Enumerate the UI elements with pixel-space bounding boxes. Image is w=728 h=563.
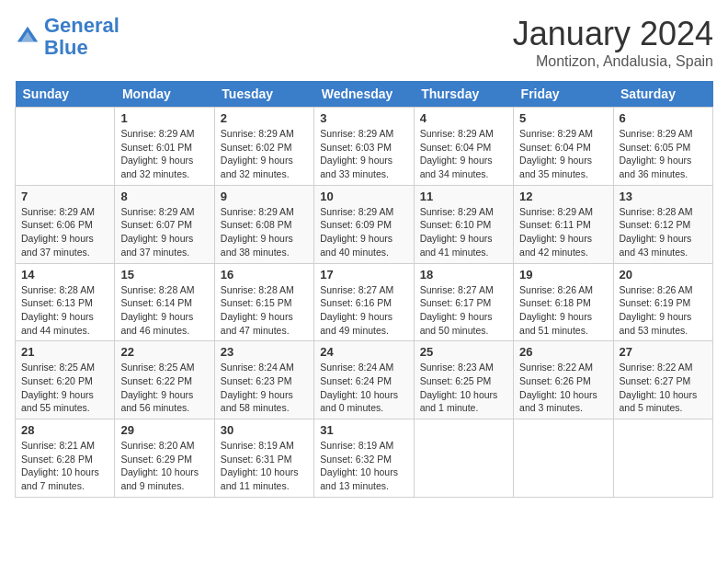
calendar-cell: 11Sunrise: 8:29 AMSunset: 6:10 PMDayligh… xyxy=(414,185,513,263)
calendar-header-row: SundayMondayTuesdayWednesdayThursdayFrid… xyxy=(16,81,713,108)
logo-blue: Blue xyxy=(44,36,88,59)
day-info: Sunrise: 8:28 AMSunset: 6:13 PMDaylight:… xyxy=(21,283,108,338)
day-number: 31 xyxy=(320,423,407,437)
header-monday: Monday xyxy=(115,81,214,108)
calendar-cell: 30Sunrise: 8:19 AMSunset: 6:31 PMDayligh… xyxy=(214,419,313,498)
day-info: Sunrise: 8:29 AMSunset: 6:10 PMDaylight:… xyxy=(420,205,507,259)
calendar-cell: 29Sunrise: 8:20 AMSunset: 6:29 PMDayligh… xyxy=(115,419,214,498)
calendar-cell xyxy=(514,419,613,498)
day-number: 7 xyxy=(21,190,108,203)
day-info: Sunrise: 8:24 AMSunset: 6:24 PMDaylight:… xyxy=(320,361,407,415)
calendar-cell: 9Sunrise: 8:29 AMSunset: 6:08 PMDaylight… xyxy=(214,185,313,263)
calendar-cell xyxy=(16,108,115,186)
day-info: Sunrise: 8:21 AMSunset: 6:28 PMDaylight:… xyxy=(21,439,108,493)
day-info: Sunrise: 8:24 AMSunset: 6:23 PMDaylight:… xyxy=(221,361,308,415)
day-info: Sunrise: 8:29 AMSunset: 6:02 PMDaylight:… xyxy=(221,127,308,181)
calendar-cell: 1Sunrise: 8:29 AMSunset: 6:01 PMDaylight… xyxy=(115,108,214,186)
header-saturday: Saturday xyxy=(613,81,712,108)
day-number: 13 xyxy=(620,190,707,203)
day-number: 6 xyxy=(620,111,707,125)
calendar-cell: 24Sunrise: 8:24 AMSunset: 6:24 PMDayligh… xyxy=(314,341,414,419)
day-info: Sunrise: 8:29 AMSunset: 6:01 PMDaylight:… xyxy=(120,127,208,181)
calendar-cell: 10Sunrise: 8:29 AMSunset: 6:09 PMDayligh… xyxy=(314,185,414,263)
day-info: Sunrise: 8:28 AMSunset: 6:12 PMDaylight:… xyxy=(620,205,707,259)
day-info: Sunrise: 8:29 AMSunset: 6:06 PMDaylight:… xyxy=(21,205,108,259)
day-number: 10 xyxy=(320,190,407,203)
day-info: Sunrise: 8:29 AMSunset: 6:05 PMDaylight:… xyxy=(620,127,707,181)
calendar-cell xyxy=(613,419,712,498)
calendar-cell: 2Sunrise: 8:29 AMSunset: 6:02 PMDaylight… xyxy=(214,108,313,186)
day-number: 4 xyxy=(420,111,507,125)
day-number: 30 xyxy=(221,423,308,437)
calendar-cell: 17Sunrise: 8:27 AMSunset: 6:16 PMDayligh… xyxy=(314,263,414,341)
day-info: Sunrise: 8:27 AMSunset: 6:17 PMDaylight:… xyxy=(420,283,507,338)
day-number: 29 xyxy=(120,423,208,437)
day-info: Sunrise: 8:20 AMSunset: 6:29 PMDaylight:… xyxy=(120,439,208,493)
calendar-cell: 18Sunrise: 8:27 AMSunset: 6:17 PMDayligh… xyxy=(414,263,513,341)
day-number: 9 xyxy=(221,190,308,203)
day-info: Sunrise: 8:27 AMSunset: 6:16 PMDaylight:… xyxy=(320,283,407,338)
header-tuesday: Tuesday xyxy=(214,81,313,108)
day-info: Sunrise: 8:29 AMSunset: 6:03 PMDaylight:… xyxy=(320,127,407,181)
day-number: 24 xyxy=(320,345,407,359)
day-info: Sunrise: 8:25 AMSunset: 6:20 PMDaylight:… xyxy=(21,361,108,415)
day-info: Sunrise: 8:25 AMSunset: 6:22 PMDaylight:… xyxy=(120,361,208,415)
calendar-cell: 28Sunrise: 8:21 AMSunset: 6:28 PMDayligh… xyxy=(16,419,115,498)
calendar-cell: 26Sunrise: 8:22 AMSunset: 6:26 PMDayligh… xyxy=(514,341,613,419)
calendar-cell xyxy=(414,419,513,498)
calendar-cell: 5Sunrise: 8:29 AMSunset: 6:04 PMDaylight… xyxy=(514,108,613,186)
day-number: 12 xyxy=(519,190,607,203)
day-number: 17 xyxy=(320,268,407,282)
location-subtitle: Montizon, Andalusia, Spain xyxy=(513,53,713,70)
day-info: Sunrise: 8:19 AMSunset: 6:31 PMDaylight:… xyxy=(221,439,308,493)
calendar-cell: 25Sunrise: 8:23 AMSunset: 6:25 PMDayligh… xyxy=(414,341,513,419)
day-number: 23 xyxy=(221,345,308,359)
calendar-cell: 27Sunrise: 8:22 AMSunset: 6:27 PMDayligh… xyxy=(613,341,712,419)
title-section: January 2024 Montizon, Andalusia, Spain xyxy=(513,15,713,70)
calendar-cell: 23Sunrise: 8:24 AMSunset: 6:23 PMDayligh… xyxy=(214,341,313,419)
calendar-cell: 20Sunrise: 8:26 AMSunset: 6:19 PMDayligh… xyxy=(613,263,712,341)
day-info: Sunrise: 8:22 AMSunset: 6:27 PMDaylight:… xyxy=(620,361,707,415)
calendar-week-row: 28Sunrise: 8:21 AMSunset: 6:28 PMDayligh… xyxy=(16,419,713,498)
logo-icon xyxy=(15,24,40,50)
day-number: 21 xyxy=(21,345,108,359)
header-sunday: Sunday xyxy=(16,81,115,108)
calendar-table: SundayMondayTuesdayWednesdayThursdayFrid… xyxy=(15,81,713,498)
day-info: Sunrise: 8:29 AMSunset: 6:04 PMDaylight:… xyxy=(519,127,607,181)
calendar-cell: 13Sunrise: 8:28 AMSunset: 6:12 PMDayligh… xyxy=(613,185,712,263)
header-thursday: Thursday xyxy=(414,81,513,108)
day-number: 2 xyxy=(221,111,308,125)
calendar-cell: 12Sunrise: 8:29 AMSunset: 6:11 PMDayligh… xyxy=(514,185,613,263)
month-title: January 2024 xyxy=(513,15,713,53)
header-friday: Friday xyxy=(514,81,613,108)
calendar-week-row: 14Sunrise: 8:28 AMSunset: 6:13 PMDayligh… xyxy=(16,263,713,341)
day-number: 20 xyxy=(620,268,707,282)
day-number: 19 xyxy=(519,268,607,282)
day-info: Sunrise: 8:29 AMSunset: 6:04 PMDaylight:… xyxy=(420,127,507,181)
day-info: Sunrise: 8:28 AMSunset: 6:14 PMDaylight:… xyxy=(120,283,208,338)
day-number: 5 xyxy=(519,111,607,125)
calendar-week-row: 7Sunrise: 8:29 AMSunset: 6:06 PMDaylight… xyxy=(16,185,713,263)
calendar-cell: 31Sunrise: 8:19 AMSunset: 6:32 PMDayligh… xyxy=(314,419,414,498)
day-number: 25 xyxy=(420,345,507,359)
logo-general: General xyxy=(44,14,119,37)
day-number: 22 xyxy=(120,345,208,359)
day-number: 15 xyxy=(120,268,208,282)
calendar-cell: 16Sunrise: 8:28 AMSunset: 6:15 PMDayligh… xyxy=(214,263,313,341)
day-info: Sunrise: 8:28 AMSunset: 6:15 PMDaylight:… xyxy=(221,283,308,338)
day-number: 26 xyxy=(519,345,607,359)
day-number: 18 xyxy=(420,268,507,282)
page-header: General Blue January 2024 Montizon, Anda… xyxy=(15,15,713,70)
day-info: Sunrise: 8:19 AMSunset: 6:32 PMDaylight:… xyxy=(320,439,407,493)
day-info: Sunrise: 8:26 AMSunset: 6:18 PMDaylight:… xyxy=(519,283,607,338)
calendar-week-row: 21Sunrise: 8:25 AMSunset: 6:20 PMDayligh… xyxy=(16,341,713,419)
day-info: Sunrise: 8:22 AMSunset: 6:26 PMDaylight:… xyxy=(519,361,607,415)
day-info: Sunrise: 8:26 AMSunset: 6:19 PMDaylight:… xyxy=(620,283,707,338)
day-number: 14 xyxy=(21,268,108,282)
calendar-cell: 6Sunrise: 8:29 AMSunset: 6:05 PMDaylight… xyxy=(613,108,712,186)
day-number: 16 xyxy=(221,268,308,282)
day-info: Sunrise: 8:23 AMSunset: 6:25 PMDaylight:… xyxy=(420,361,507,415)
header-wednesday: Wednesday xyxy=(314,81,414,108)
calendar-cell: 8Sunrise: 8:29 AMSunset: 6:07 PMDaylight… xyxy=(115,185,214,263)
day-number: 27 xyxy=(620,345,707,359)
